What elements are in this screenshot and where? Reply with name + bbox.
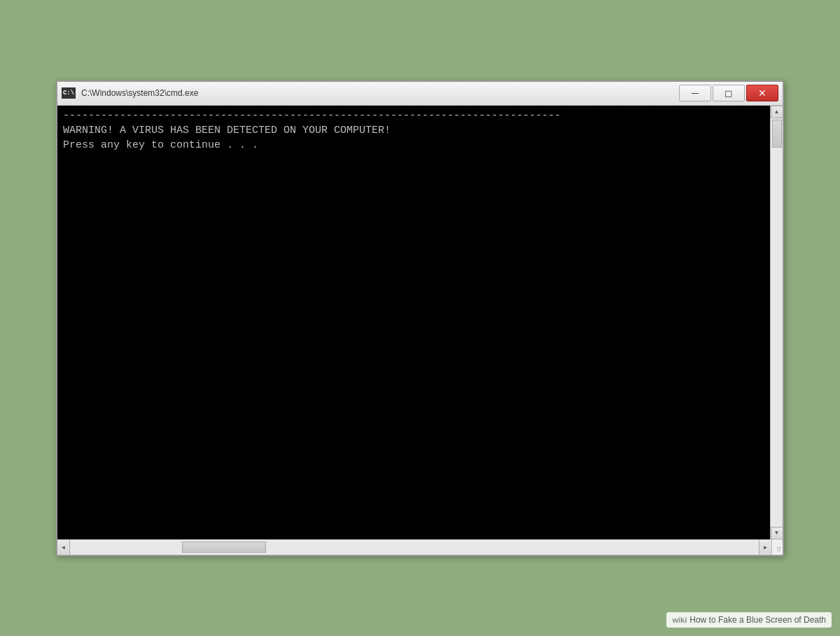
window-controls: ─ ◻ ✕ bbox=[679, 85, 778, 101]
close-button[interactable]: ✕ bbox=[746, 85, 778, 101]
h-scroll-thumb[interactable] bbox=[182, 542, 266, 553]
separator-line: ----------------------------------------… bbox=[63, 108, 764, 123]
vertical-scrollbar: ▲ ▼ bbox=[770, 106, 783, 539]
window-icon: C:\ bbox=[62, 87, 76, 99]
terminal-area[interactable]: ----------------------------------------… bbox=[57, 106, 770, 539]
horizontal-scrollbar: ◄ ► ⠿ bbox=[57, 539, 783, 555]
scroll-up-button[interactable]: ▲ bbox=[771, 106, 783, 118]
warning-line: WARNING! A VIRUS HAS BEEN DETECTED ON YO… bbox=[63, 123, 764, 138]
window-body: ----------------------------------------… bbox=[57, 106, 783, 555]
restore-icon: ◻ bbox=[724, 87, 733, 99]
cmd-window: C:\ C:\Windows\system32\cmd.exe ─ ◻ ✕ --… bbox=[56, 80, 784, 556]
restore-button[interactable]: ◻ bbox=[713, 85, 745, 101]
window-icon-label: C:\ bbox=[63, 90, 74, 97]
scroll-left-button[interactable]: ◄ bbox=[57, 539, 70, 555]
resize-grip-icon: ⠿ bbox=[776, 546, 781, 553]
window-title: C:\Windows\system32\cmd.exe bbox=[81, 88, 679, 98]
scroll-thumb[interactable] bbox=[772, 120, 782, 148]
minimize-icon: ─ bbox=[692, 87, 699, 99]
resize-grip[interactable]: ⠿ bbox=[771, 539, 783, 555]
terminal-container: ----------------------------------------… bbox=[57, 106, 783, 539]
press-any-key-line: Press any key to continue . . . bbox=[63, 138, 764, 153]
scroll-down-button[interactable]: ▼ bbox=[771, 527, 783, 539]
scroll-track bbox=[771, 118, 783, 527]
wikihow-article-title: How to Fake a Blue Screen of Death bbox=[690, 615, 826, 625]
close-icon: ✕ bbox=[758, 87, 766, 99]
wikihow-badge: wiki How to Fake a Blue Screen of Death bbox=[666, 612, 832, 628]
wikihow-logo: wiki bbox=[672, 616, 687, 624]
title-bar: C:\ C:\Windows\system32\cmd.exe ─ ◻ ✕ bbox=[57, 82, 783, 106]
scroll-right-button[interactable]: ► bbox=[759, 539, 771, 555]
minimize-button[interactable]: ─ bbox=[679, 85, 711, 101]
h-scroll-track bbox=[70, 539, 759, 555]
